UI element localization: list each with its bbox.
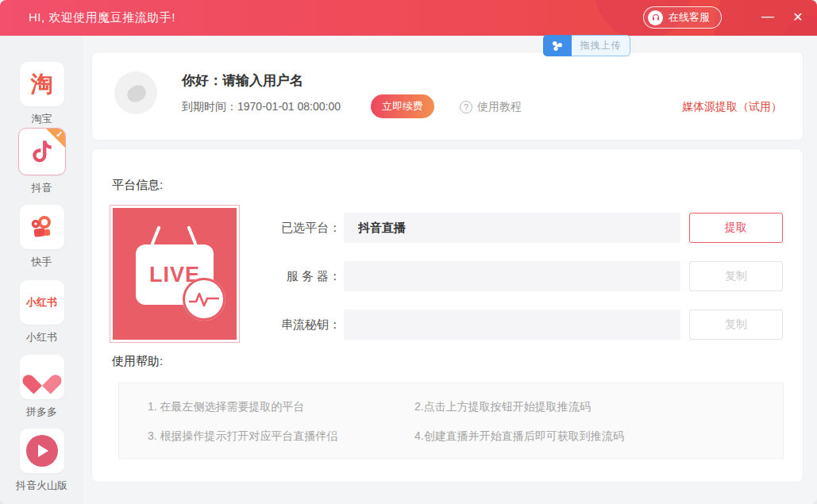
share-cloud-icon: [543, 35, 572, 56]
xiaohongshu-icon: 小红书: [20, 280, 64, 325]
minimize-button[interactable]: —: [756, 5, 780, 29]
selected-platform-label: 已选平台：: [261, 221, 341, 236]
user-info-panel: 你好：请输入用户名 到期时间：1970-01-01 08:00:00 立即续费 …: [91, 52, 804, 140]
douyin-icon: ✓: [18, 128, 66, 175]
extract-button[interactable]: 提取: [689, 213, 783, 243]
tutorial-link[interactable]: ? 使用教程: [460, 100, 522, 114]
sidebar-item-label: 淘宝: [0, 112, 83, 126]
pulse-icon: [183, 278, 225, 321]
help-step-2: 2.点击上方提取按钮开始提取推流码: [414, 400, 591, 414]
sidebar-item-label: 抖音: [0, 181, 83, 195]
heart-glyph: [30, 367, 54, 387]
renew-button[interactable]: 立即续费: [371, 94, 434, 118]
sidebar-item-xiaohongshu[interactable]: 小红书 小红书: [0, 280, 83, 344]
kuaishou-icon: [20, 205, 64, 249]
huoshan-icon: [20, 429, 64, 473]
pinduoduo-icon: [20, 355, 64, 399]
sidebar-item-taobao[interactable]: 淘 淘宝: [0, 62, 83, 126]
media-source-extract-link[interactable]: 媒体源提取（试用）: [682, 100, 782, 114]
drag-upload-label: 拖拽上传: [572, 35, 630, 56]
close-button[interactable]: ✕: [786, 5, 810, 29]
platform-info-panel: 平台信息: LIVE 已选平台： 提取 服 务 器： 复制 串流秘钥： 复制 使…: [91, 148, 804, 483]
sidebar-item-label: 抖音火山版: [0, 479, 83, 493]
check-icon: ✓: [56, 129, 63, 140]
help-box: 1. 在最左侧选择需要提取的平台 2.点击上方提取按钮开始提取推流码 3. 根据…: [118, 383, 784, 459]
app-title: HI, 欢迎使用魔豆推流助手!: [29, 10, 175, 25]
question-icon: ?: [460, 101, 472, 113]
live-platform-icon: LIVE: [110, 205, 240, 343]
server-input[interactable]: [344, 261, 680, 291]
sidebar-item-label: 快手: [0, 255, 83, 269]
title-bar: HI, 欢迎使用魔豆推流助手! 在线客服 — ✕: [0, 0, 817, 36]
sidebar-item-kuaishou[interactable]: 快手: [0, 205, 83, 269]
avatar: [114, 71, 157, 114]
app-window: HI, 欢迎使用魔豆推流助手! 在线客服 — ✕ 拖拽上传 淘 淘宝: [0, 0, 817, 504]
help-step-4: 4.创建直播并开始直播后即可获取到推流码: [414, 429, 624, 444]
help-title: 使用帮助:: [112, 354, 163, 369]
help-step-1: 1. 在最左侧选择需要提取的平台: [148, 400, 305, 414]
platform-sidebar: 淘 淘宝 ✓ 抖音 快手: [0, 36, 83, 504]
copy-stream-key-button[interactable]: 复制: [689, 310, 783, 340]
drag-upload-badge[interactable]: 拖拽上传: [543, 35, 630, 56]
tutorial-label: 使用教程: [477, 100, 522, 114]
sidebar-item-label: 小红书: [0, 330, 83, 344]
expire-time-text: 到期时间：1970-01-01 08:00:00: [182, 100, 341, 114]
sidebar-item-douyin[interactable]: ✓ 抖音: [0, 128, 83, 195]
taobao-icon: 淘: [20, 62, 64, 106]
platform-info-title: 平台信息:: [112, 178, 163, 193]
help-step-3: 3. 根据操作提示打开对应平台直播伴侣: [148, 429, 338, 444]
sidebar-item-label: 拼多多: [0, 405, 83, 419]
stream-key-label: 串流秘钥：: [261, 317, 341, 333]
selected-platform-input[interactable]: [344, 213, 680, 243]
headset-icon: [648, 10, 663, 25]
copy-server-button[interactable]: 复制: [689, 261, 783, 291]
stream-key-input[interactable]: [344, 310, 680, 340]
play-icon: [38, 444, 48, 457]
greeting-text: 你好：请输入用户名: [182, 71, 303, 90]
sidebar-item-douyin-huoshan[interactable]: 抖音火山版: [0, 429, 83, 493]
online-service-label: 在线客服: [669, 10, 710, 25]
sidebar-item-pinduoduo[interactable]: 拼多多: [0, 355, 83, 419]
online-service-button[interactable]: 在线客服: [643, 6, 722, 29]
server-label: 服 务 器：: [261, 269, 341, 284]
